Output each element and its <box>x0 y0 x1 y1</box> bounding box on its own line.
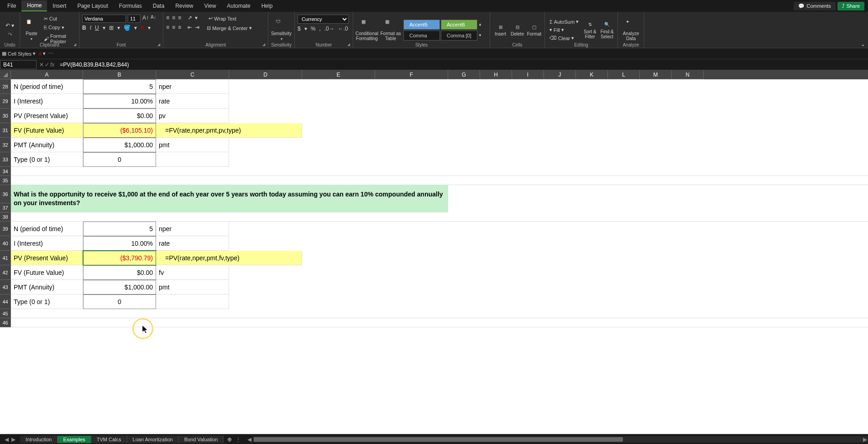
paste-button[interactable]: 📋 Paste ▾ <box>23 16 40 44</box>
col-header-F[interactable]: F <box>375 70 448 79</box>
cell-C31[interactable]: =FV(rate,nper,pmt,pv,type) <box>156 123 302 138</box>
cell-A32[interactable]: PMT (Annuity) <box>11 138 83 152</box>
row-header-42[interactable]: 42 <box>0 265 11 280</box>
copy-button[interactable]: ⎘Copy ▾ <box>42 24 76 31</box>
cell-row-38[interactable] <box>11 212 868 222</box>
insert-cells-button[interactable]: ⊞Insert <box>493 16 508 44</box>
undo-button[interactable]: ↶ ▾ <box>5 22 14 29</box>
sheet-tab-introduction[interactable]: Introduction <box>20 436 58 443</box>
align-middle-button[interactable]: ≡ <box>172 15 175 22</box>
col-header-J[interactable]: J <box>544 70 576 79</box>
cell-B43[interactable]: $1,000.00 <box>83 280 156 294</box>
col-header-N[interactable]: N <box>672 70 704 79</box>
col-header-H[interactable]: H <box>480 70 512 79</box>
cell-C32[interactable]: pmt <box>156 138 229 152</box>
alignment-launcher[interactable]: ◢ <box>262 42 267 47</box>
row-header-28[interactable]: 28 <box>0 79 11 94</box>
row-header-43[interactable]: 43 <box>0 280 11 294</box>
cell-C40[interactable]: rate <box>156 236 229 251</box>
horizontal-scrollbar[interactable]: ◀ ▶ <box>253 436 868 443</box>
italic-button[interactable]: I <box>90 25 91 31</box>
row-header-33[interactable]: 33 <box>0 152 11 167</box>
font-color-qa-button[interactable]: A ▾ <box>38 51 46 57</box>
cell-B42[interactable]: $0.00 <box>83 265 156 280</box>
sheet-tab-examples[interactable]: Examples <box>58 436 91 443</box>
cell-B44[interactable]: 0 <box>83 294 156 309</box>
tab-data[interactable]: Data <box>147 1 170 11</box>
dec-decimal-button[interactable]: ←.0 <box>338 26 348 32</box>
row-header-30[interactable]: 30 <box>0 108 11 123</box>
cell-A39[interactable]: N (period of time) <box>11 222 83 236</box>
style-down-button[interactable]: ▼ <box>478 33 482 37</box>
col-header-M[interactable]: M <box>640 70 672 79</box>
select-all-corner[interactable] <box>0 70 11 79</box>
scroll-thumb[interactable] <box>254 437 623 442</box>
cell-A44[interactable]: Type (0 or 1) <box>11 294 83 309</box>
autosum-button[interactable]: ΣAutoSum ▾ <box>548 18 580 26</box>
row-header-39[interactable]: 39 <box>0 222 11 236</box>
decrease-font-button[interactable]: A↓ <box>151 15 156 23</box>
cell-row-46[interactable] <box>11 318 868 327</box>
number-launcher[interactable]: ◢ <box>347 42 352 47</box>
cell-A33[interactable]: Type (0 or 1) <box>11 152 83 167</box>
row-header-46[interactable]: 46 <box>0 318 11 327</box>
cell-row-45[interactable] <box>11 309 868 318</box>
row-header-41[interactable]: 41 <box>0 251 11 265</box>
tab-page-layout[interactable]: Page Layout <box>72 1 113 11</box>
tab-help[interactable]: Help <box>256 1 278 11</box>
share-button[interactable]: ⤴ Share <box>837 2 864 10</box>
cell-C42[interactable]: fv <box>156 265 229 280</box>
format-cells-button[interactable]: ▢Format <box>527 16 542 44</box>
row-header-40[interactable]: 40 <box>0 236 11 251</box>
cell-B33[interactable]: 0 <box>83 152 156 167</box>
cell-A42[interactable]: FV (Future Value) <box>11 265 83 280</box>
cell-B28[interactable]: 5 <box>83 79 156 94</box>
style-accent5[interactable]: Accent5 <box>403 20 440 30</box>
inc-decimal-button[interactable]: .0→ <box>324 26 335 32</box>
row-header-32[interactable]: 32 <box>0 138 11 152</box>
redo-button[interactable]: ↷ <box>8 31 12 38</box>
row-header-34[interactable]: 34 <box>0 167 11 176</box>
style-comma[interactable]: Comma <box>403 31 440 41</box>
sheet-nav-prev[interactable]: ◀ <box>5 436 9 443</box>
align-center-button[interactable]: ≡ <box>172 24 175 32</box>
sheet-nav-next[interactable]: ▶ <box>11 436 16 443</box>
accept-formula-button[interactable]: ✓ <box>45 62 49 68</box>
style-up-button[interactable]: ▲ <box>478 22 482 26</box>
row-header-38[interactable]: 38 <box>0 212 11 222</box>
cell-C33[interactable] <box>156 152 229 167</box>
inc-indent-button[interactable]: ⇥ <box>195 24 199 32</box>
row-header-29[interactable]: 29 <box>0 94 11 108</box>
cell-A41[interactable]: PV (Present Value) <box>11 251 83 265</box>
font-name-input[interactable] <box>82 15 126 23</box>
border-button[interactable]: ⊞ <box>109 25 114 31</box>
align-left-button[interactable]: ≡ <box>166 24 169 32</box>
add-sheet-button[interactable]: ⊕ <box>224 436 235 443</box>
find-select-button[interactable]: 🔍Find & Select <box>600 16 615 44</box>
cell-C29[interactable]: rate <box>156 94 229 108</box>
row-header-45[interactable]: 45 <box>0 309 11 318</box>
cell-A36[interactable]: What is the opportunity to receive $1,00… <box>11 185 448 212</box>
tab-automate[interactable]: Automate <box>221 1 256 11</box>
cut-button[interactable]: ✂Cut <box>42 15 76 23</box>
cell-B40[interactable]: 10.00% <box>83 236 156 251</box>
scroll-right-button[interactable]: ▶ <box>863 436 867 443</box>
orientation-button[interactable]: ↗ <box>188 15 192 22</box>
align-bottom-button[interactable]: ≡ <box>178 15 181 22</box>
cell-A29[interactable]: I (Interest) <box>11 94 83 108</box>
cell-C44[interactable] <box>156 294 229 309</box>
tab-split-handle[interactable]: ⋮ <box>235 436 244 443</box>
delete-cells-button[interactable]: ⊟Delete <box>510 16 525 44</box>
percent-button[interactable]: % <box>311 26 316 32</box>
col-header-E[interactable]: E <box>302 70 375 79</box>
tab-insert[interactable]: Insert <box>47 1 72 11</box>
row-header-37[interactable]: 37 <box>0 203 11 212</box>
font-color-button[interactable]: A <box>141 25 144 31</box>
align-right-button[interactable]: ≡ <box>178 24 181 32</box>
style-accent6[interactable]: Accent6 <box>441 20 477 30</box>
wrap-text-button[interactable]: ↩Wrap Text <box>207 15 238 22</box>
cell-B39[interactable]: 5 <box>83 222 156 236</box>
tab-file[interactable]: File <box>2 1 21 11</box>
merge-button[interactable]: ⊟Merge & Center ▾ <box>205 24 254 32</box>
col-header-B[interactable]: B <box>83 70 156 79</box>
